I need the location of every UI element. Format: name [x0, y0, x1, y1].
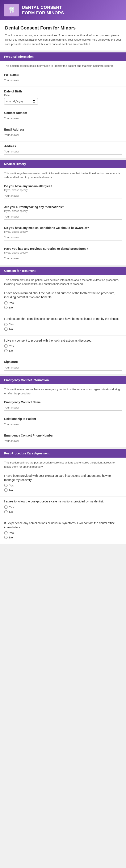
- emergency-contact-title: Emergency Contact Information: [4, 378, 122, 382]
- medical-history-desc: This section gathers essential health in…: [0, 168, 126, 182]
- medications-label: Are you currently taking any medications…: [4, 205, 122, 209]
- consent-item-1-yes-label: Yes: [9, 301, 14, 305]
- medical-conditions-label: Do you have any medical conditions we sh…: [4, 226, 122, 229]
- consent-item-2-yes-radio[interactable]: [4, 323, 7, 326]
- previous-surgeries-sublabel: If yes, please specify:: [4, 251, 122, 254]
- intro-section: Dental Consent Form for Minors Thank you…: [0, 20, 126, 51]
- signature-input[interactable]: [4, 365, 122, 371]
- signature-group: Signature: [0, 357, 126, 374]
- post-item-2-yes-option[interactable]: Yes: [4, 505, 122, 509]
- consent-item-3-no-radio[interactable]: [4, 349, 7, 352]
- dob-input[interactable]: [4, 98, 38, 105]
- divider-4: [0, 374, 126, 376]
- post-item-1-no-radio[interactable]: [4, 488, 7, 492]
- post-item-1-yes-label: Yes: [9, 484, 14, 487]
- post-item-3-yes-radio[interactable]: [4, 531, 7, 534]
- emergency-phone-input[interactable]: [4, 438, 122, 444]
- contact-number-group: Contact Number: [0, 108, 126, 125]
- contact-number-label: Contact Number: [4, 111, 122, 115]
- consent-item-2-no-option[interactable]: No: [4, 328, 122, 331]
- intro-title: Dental Consent Form for Minors: [5, 25, 121, 31]
- dob-sublabel: Date: [4, 94, 122, 97]
- emergency-name-input[interactable]: [4, 405, 122, 411]
- post-item-3-question: If I experience any complications or unu…: [4, 521, 122, 529]
- personal-info-desc-text: This section collects basic information …: [4, 64, 122, 68]
- personal-info-header: Personal Information: [0, 53, 126, 61]
- allergies-input[interactable]: [4, 193, 122, 199]
- medications-input[interactable]: [4, 214, 122, 220]
- post-item-2-no-radio[interactable]: [4, 510, 7, 514]
- post-item-3-yes-label: Yes: [9, 531, 14, 534]
- full-name-input[interactable]: [4, 77, 122, 83]
- address-group: Address: [0, 142, 126, 158]
- post-item-3-no-option[interactable]: No: [4, 536, 122, 539]
- medical-conditions-input[interactable]: [4, 235, 122, 241]
- post-item-1-yes-option[interactable]: Yes: [4, 484, 122, 487]
- medical-history-header: Medical History: [0, 160, 126, 168]
- consent-item-3-group: I give my consent to proceed with the to…: [0, 336, 126, 358]
- relationship-label: Relationship to Patient: [4, 417, 122, 421]
- emergency-name-label: Emergency Contact Name: [4, 401, 122, 404]
- post-item-2-yes-label: Yes: [9, 505, 14, 509]
- address-input[interactable]: [4, 149, 122, 155]
- consent-item-1-no-radio[interactable]: [4, 306, 7, 309]
- divider-1: [0, 51, 126, 53]
- post-item-1-no-label: No: [9, 489, 13, 492]
- dob-label: Date of Birth: [4, 90, 122, 93]
- divider-2: [0, 158, 126, 160]
- full-name-label: Full Name:: [4, 73, 122, 76]
- post-item-3-no-label: No: [9, 536, 13, 539]
- consent-item-2-yes-option[interactable]: Yes: [4, 323, 122, 326]
- personal-info-desc: This section collects basic information …: [0, 61, 126, 70]
- post-item-2-no-option[interactable]: No: [4, 510, 122, 514]
- emergency-contact-desc-text: This section ensures we have an emergenc…: [4, 387, 122, 396]
- relationship-input[interactable]: [4, 422, 122, 427]
- post-item-2-question: I agree to follow the post-procedure car…: [4, 499, 122, 504]
- emergency-name-group: Emergency Contact Name: [0, 398, 126, 414]
- post-item-1-yes-radio[interactable]: [4, 484, 7, 487]
- consent-item-1-no-label: No: [9, 306, 13, 309]
- post-item-3-yes-option[interactable]: Yes: [4, 531, 122, 534]
- email-input[interactable]: [4, 132, 122, 138]
- consent-item-1-yes-radio[interactable]: [4, 301, 7, 305]
- consent-item-3-no-option[interactable]: No: [4, 349, 122, 352]
- post-item-1-no-option[interactable]: No: [4, 488, 122, 492]
- consent-header: Consent for Treatment: [0, 267, 126, 275]
- consent-item-1-no-option[interactable]: No: [4, 306, 122, 309]
- post-procedure-desc: This section outlines the post-procedure…: [0, 458, 126, 471]
- consent-title: Consent for Treatment: [4, 269, 122, 273]
- medical-conditions-group: Do you have any medical conditions we sh…: [0, 223, 126, 244]
- allergies-group: Do you have any known allergies? If yes,…: [0, 182, 126, 203]
- consent-item-2-yes-label: Yes: [9, 323, 14, 326]
- consent-item-2-no-radio[interactable]: [4, 328, 7, 331]
- post-item-2-group: I agree to follow the post-procedure car…: [0, 497, 126, 518]
- medications-sublabel: If yes, please specify:: [4, 210, 122, 213]
- allergies-sublabel: If yes, please specify:: [4, 189, 122, 192]
- post-procedure-title: Post-Procedure Care Agreement: [4, 452, 122, 455]
- consent-item-3-question: I give my consent to proceed with the to…: [4, 339, 122, 343]
- contact-number-input[interactable]: [4, 115, 122, 121]
- intro-text: Thank you for choosing our dental servic…: [5, 33, 121, 46]
- personal-info-title: Personal Information: [4, 55, 122, 58]
- divider-5: [0, 447, 126, 449]
- consent-item-3-yes-radio[interactable]: [4, 344, 7, 348]
- header-title: DENTAL CONSENT FORM FOR MINORS: [22, 5, 64, 16]
- consent-item-1-yes-option[interactable]: Yes: [4, 301, 122, 305]
- consent-item-3-yes-option[interactable]: Yes: [4, 344, 122, 348]
- emergency-contact-header: Emergency Contact Information: [0, 376, 126, 384]
- previous-surgeries-input[interactable]: [4, 255, 122, 261]
- post-item-3-group: If I experience any complications or unu…: [0, 518, 126, 544]
- email-group: Email Address: [0, 125, 126, 142]
- consent-item-2-group: I understand that complications can occu…: [0, 314, 126, 336]
- medical-history-desc-text: This section gathers essential health in…: [4, 171, 122, 179]
- main-content: Dental Consent Form for Minors Thank you…: [0, 20, 126, 544]
- dob-group: Date of Birth Date: [0, 87, 126, 108]
- consent-item-3-no-label: No: [9, 349, 13, 352]
- post-item-2-no-label: No: [9, 510, 13, 514]
- consent-item-2-question: I understand that complications can occu…: [4, 317, 122, 321]
- address-label: Address: [4, 145, 122, 148]
- post-item-3-no-radio[interactable]: [4, 536, 7, 539]
- post-item-2-yes-radio[interactable]: [4, 505, 7, 509]
- medical-conditions-sublabel: If yes, please specify:: [4, 230, 122, 233]
- consent-item-2-no-label: No: [9, 328, 13, 331]
